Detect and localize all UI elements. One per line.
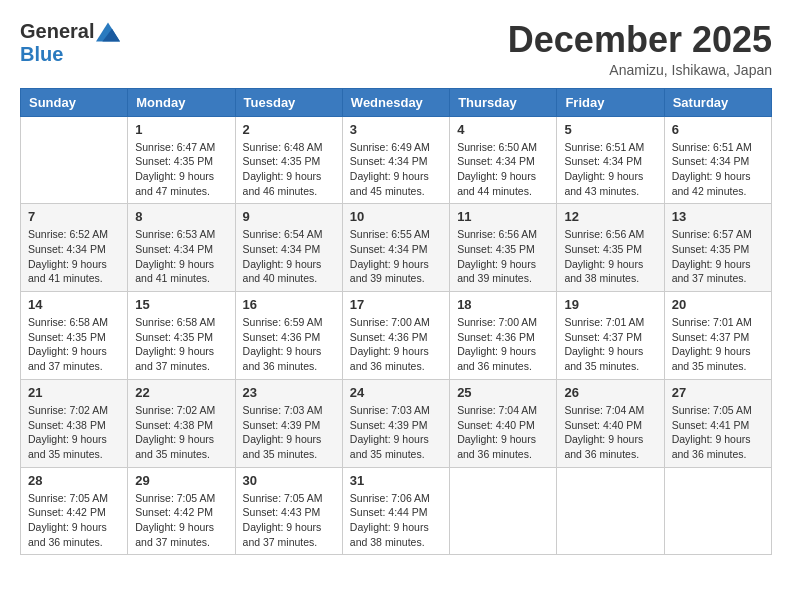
calendar-cell: 9Sunrise: 6:54 AM Sunset: 4:34 PM Daylig… [235,204,342,292]
day-info: Sunrise: 7:01 AM Sunset: 4:37 PM Dayligh… [564,315,656,374]
calendar-cell: 3Sunrise: 6:49 AM Sunset: 4:34 PM Daylig… [342,116,449,204]
calendar-cell: 10Sunrise: 6:55 AM Sunset: 4:34 PM Dayli… [342,204,449,292]
day-number: 15 [135,297,227,312]
day-number: 22 [135,385,227,400]
day-number: 5 [564,122,656,137]
day-info: Sunrise: 7:05 AM Sunset: 4:43 PM Dayligh… [243,491,335,550]
calendar-cell [450,467,557,555]
day-info: Sunrise: 6:54 AM Sunset: 4:34 PM Dayligh… [243,227,335,286]
calendar-header-row: SundayMondayTuesdayWednesdayThursdayFrid… [21,88,772,116]
day-info: Sunrise: 6:52 AM Sunset: 4:34 PM Dayligh… [28,227,120,286]
calendar-cell: 20Sunrise: 7:01 AM Sunset: 4:37 PM Dayli… [664,292,771,380]
day-info: Sunrise: 6:57 AM Sunset: 4:35 PM Dayligh… [672,227,764,286]
day-number: 27 [672,385,764,400]
day-info: Sunrise: 7:01 AM Sunset: 4:37 PM Dayligh… [672,315,764,374]
day-info: Sunrise: 6:49 AM Sunset: 4:34 PM Dayligh… [350,140,442,199]
day-info: Sunrise: 6:58 AM Sunset: 4:35 PM Dayligh… [28,315,120,374]
day-number: 23 [243,385,335,400]
day-info: Sunrise: 7:00 AM Sunset: 4:36 PM Dayligh… [350,315,442,374]
day-number: 9 [243,209,335,224]
page-header: General Blue December 2025 Anamizu, Ishi… [20,20,772,78]
header-saturday: Saturday [664,88,771,116]
day-info: Sunrise: 6:59 AM Sunset: 4:36 PM Dayligh… [243,315,335,374]
day-number: 25 [457,385,549,400]
day-number: 7 [28,209,120,224]
calendar-cell: 6Sunrise: 6:51 AM Sunset: 4:34 PM Daylig… [664,116,771,204]
day-number: 1 [135,122,227,137]
calendar-cell: 27Sunrise: 7:05 AM Sunset: 4:41 PM Dayli… [664,379,771,467]
day-number: 8 [135,209,227,224]
day-number: 2 [243,122,335,137]
day-number: 13 [672,209,764,224]
day-number: 28 [28,473,120,488]
logo: General Blue [20,20,120,66]
day-info: Sunrise: 6:48 AM Sunset: 4:35 PM Dayligh… [243,140,335,199]
week-row-5: 28Sunrise: 7:05 AM Sunset: 4:42 PM Dayli… [21,467,772,555]
header-tuesday: Tuesday [235,88,342,116]
header-sunday: Sunday [21,88,128,116]
day-number: 6 [672,122,764,137]
day-info: Sunrise: 6:56 AM Sunset: 4:35 PM Dayligh… [457,227,549,286]
day-number: 10 [350,209,442,224]
day-info: Sunrise: 7:00 AM Sunset: 4:36 PM Dayligh… [457,315,549,374]
day-info: Sunrise: 7:05 AM Sunset: 4:42 PM Dayligh… [28,491,120,550]
day-info: Sunrise: 7:02 AM Sunset: 4:38 PM Dayligh… [28,403,120,462]
calendar-cell: 16Sunrise: 6:59 AM Sunset: 4:36 PM Dayli… [235,292,342,380]
day-number: 29 [135,473,227,488]
day-number: 19 [564,297,656,312]
calendar-cell: 14Sunrise: 6:58 AM Sunset: 4:35 PM Dayli… [21,292,128,380]
calendar-cell: 12Sunrise: 6:56 AM Sunset: 4:35 PM Dayli… [557,204,664,292]
calendar-cell: 30Sunrise: 7:05 AM Sunset: 4:43 PM Dayli… [235,467,342,555]
day-number: 24 [350,385,442,400]
calendar-cell: 15Sunrise: 6:58 AM Sunset: 4:35 PM Dayli… [128,292,235,380]
calendar-cell: 11Sunrise: 6:56 AM Sunset: 4:35 PM Dayli… [450,204,557,292]
day-number: 3 [350,122,442,137]
day-info: Sunrise: 6:51 AM Sunset: 4:34 PM Dayligh… [672,140,764,199]
calendar-cell: 7Sunrise: 6:52 AM Sunset: 4:34 PM Daylig… [21,204,128,292]
day-info: Sunrise: 7:04 AM Sunset: 4:40 PM Dayligh… [564,403,656,462]
week-row-2: 7Sunrise: 6:52 AM Sunset: 4:34 PM Daylig… [21,204,772,292]
day-info: Sunrise: 6:50 AM Sunset: 4:34 PM Dayligh… [457,140,549,199]
day-info: Sunrise: 7:06 AM Sunset: 4:44 PM Dayligh… [350,491,442,550]
day-number: 11 [457,209,549,224]
calendar-cell [557,467,664,555]
day-number: 12 [564,209,656,224]
calendar-cell: 19Sunrise: 7:01 AM Sunset: 4:37 PM Dayli… [557,292,664,380]
calendar-cell: 21Sunrise: 7:02 AM Sunset: 4:38 PM Dayli… [21,379,128,467]
day-info: Sunrise: 6:58 AM Sunset: 4:35 PM Dayligh… [135,315,227,374]
calendar-cell: 18Sunrise: 7:00 AM Sunset: 4:36 PM Dayli… [450,292,557,380]
header-wednesday: Wednesday [342,88,449,116]
header-thursday: Thursday [450,88,557,116]
week-row-4: 21Sunrise: 7:02 AM Sunset: 4:38 PM Dayli… [21,379,772,467]
calendar-cell: 25Sunrise: 7:04 AM Sunset: 4:40 PM Dayli… [450,379,557,467]
calendar-cell: 2Sunrise: 6:48 AM Sunset: 4:35 PM Daylig… [235,116,342,204]
calendar-cell: 17Sunrise: 7:00 AM Sunset: 4:36 PM Dayli… [342,292,449,380]
week-row-1: 1Sunrise: 6:47 AM Sunset: 4:35 PM Daylig… [21,116,772,204]
calendar-cell: 26Sunrise: 7:04 AM Sunset: 4:40 PM Dayli… [557,379,664,467]
calendar-cell: 29Sunrise: 7:05 AM Sunset: 4:42 PM Dayli… [128,467,235,555]
day-info: Sunrise: 6:56 AM Sunset: 4:35 PM Dayligh… [564,227,656,286]
calendar-cell: 5Sunrise: 6:51 AM Sunset: 4:34 PM Daylig… [557,116,664,204]
day-info: Sunrise: 7:05 AM Sunset: 4:42 PM Dayligh… [135,491,227,550]
day-number: 16 [243,297,335,312]
calendar-cell: 1Sunrise: 6:47 AM Sunset: 4:35 PM Daylig… [128,116,235,204]
calendar-cell: 28Sunrise: 7:05 AM Sunset: 4:42 PM Dayli… [21,467,128,555]
calendar-cell: 13Sunrise: 6:57 AM Sunset: 4:35 PM Dayli… [664,204,771,292]
day-number: 4 [457,122,549,137]
day-number: 30 [243,473,335,488]
calendar-cell: 23Sunrise: 7:03 AM Sunset: 4:39 PM Dayli… [235,379,342,467]
header-friday: Friday [557,88,664,116]
day-number: 17 [350,297,442,312]
calendar-cell: 4Sunrise: 6:50 AM Sunset: 4:34 PM Daylig… [450,116,557,204]
calendar-cell: 22Sunrise: 7:02 AM Sunset: 4:38 PM Dayli… [128,379,235,467]
header-monday: Monday [128,88,235,116]
day-info: Sunrise: 7:05 AM Sunset: 4:41 PM Dayligh… [672,403,764,462]
location-text: Anamizu, Ishikawa, Japan [508,62,772,78]
day-info: Sunrise: 7:03 AM Sunset: 4:39 PM Dayligh… [350,403,442,462]
calendar-table: SundayMondayTuesdayWednesdayThursdayFrid… [20,88,772,556]
day-number: 20 [672,297,764,312]
day-number: 31 [350,473,442,488]
calendar-cell [21,116,128,204]
day-info: Sunrise: 6:55 AM Sunset: 4:34 PM Dayligh… [350,227,442,286]
day-number: 21 [28,385,120,400]
